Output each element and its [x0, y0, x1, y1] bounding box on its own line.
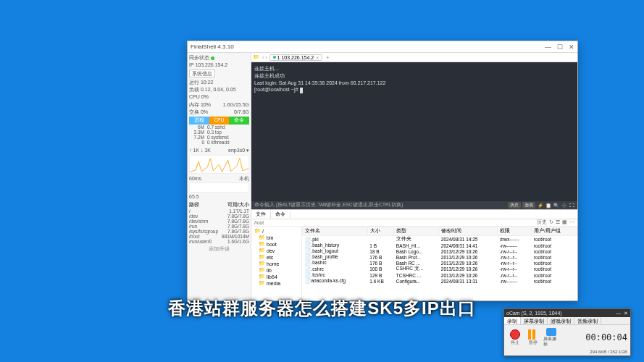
ocam-titlebar: oCam (S, 2, 1915, 1044) — ✕ — [504, 309, 630, 317]
titlebar[interactable]: FinalShell 4.3.10 — ☐ ✕ — [188, 41, 577, 53]
tree-node[interactable]: 📁home — [253, 261, 300, 267]
status-dot-icon — [211, 56, 214, 60]
cursor-icon — [300, 88, 303, 93]
finalshell-window: FinalShell 4.3.10 — ☐ ✕ 同步状态 IP 103.226.… — [187, 41, 578, 301]
col-size[interactable]: 大小 — [367, 227, 394, 236]
record-time: 00:00:04 — [585, 332, 627, 342]
ocam-tab-game[interactable]: 游戏录制 — [548, 317, 574, 324]
ocam-window[interactable]: oCam (S, 2, 1915, 1044) — ✕ 录制 屏幕录制 游戏录制… — [503, 308, 631, 356]
tab-close-icon[interactable]: × — [316, 55, 319, 60]
terminal[interactable]: 连接主机... 连接主机成功 Last login: Sat Aug 31 14… — [251, 62, 577, 201]
more-icon[interactable]: ⋯ — [569, 219, 574, 226]
file-row[interactable]: 📄.tcshrc129 BTCSHRC ...2013/12/29 10:26-… — [303, 272, 577, 278]
folder-icon: 📁 — [259, 254, 265, 260]
disk-path-row[interactable]: /sys/fs/cgroup7.8G/7.8G — [189, 229, 249, 234]
file-table[interactable]: 文件名 大小 类型 修改时间 权限 用户/用户组 📄.pki文件夹2024/08… — [302, 227, 577, 300]
col-time[interactable]: 修改时间 — [439, 227, 498, 236]
expand-icon[interactable]: ⛶ — [569, 203, 574, 208]
col-type[interactable]: 类型 — [394, 227, 439, 236]
file-row[interactable]: 📄.bashrc176 BBash RC ...2013/12/29 10:26… — [303, 260, 577, 266]
history-label[interactable]: 历史 — [537, 219, 547, 226]
col-name[interactable]: 文件名 — [303, 227, 368, 236]
file-row[interactable]: 📄.bash_profile176 BBash Prof...2013/12/2… — [303, 254, 577, 260]
options-button[interactable]: 选项 — [522, 202, 535, 209]
min-button[interactable]: — — [545, 43, 551, 51]
disk-path-row[interactable]: /run/user/01.6G/1.6G — [189, 239, 249, 244]
tree-node[interactable]: 📁media — [253, 280, 300, 287]
copy-icon[interactable]: 📋 — [545, 203, 551, 209]
process-row[interactable]: 3.3M0.3 top — [189, 130, 249, 135]
proc-header: 进程CPU命令 — [189, 117, 249, 125]
tree-node[interactable]: 📁boot — [253, 241, 300, 248]
history-button[interactable]: 历史 — [508, 202, 521, 209]
folder-tree[interactable]: 📁/ 📁bin📁boot📁dev📁etc📁home📁lib📁lib64📁medi… — [251, 227, 302, 300]
path-label[interactable]: /root — [254, 220, 264, 225]
tree-node[interactable]: 📁etc — [253, 254, 300, 261]
file-icon: 📄 — [305, 266, 311, 272]
ocam-close-icon[interactable]: ✕ — [624, 311, 628, 316]
col-owner[interactable]: 用户/用户组 — [532, 227, 577, 236]
capture-button[interactable]: 屏幕捕获 — [543, 328, 559, 347]
folder-icon: 📁 — [259, 241, 265, 247]
tree-root: 📁/ — [253, 228, 300, 235]
disk-path-row[interactable]: /dev7.8G/7.8G — [189, 214, 249, 219]
file-icon: 📄 — [305, 237, 311, 242]
tab-commands[interactable]: 命令 — [271, 211, 290, 218]
list-icon[interactable]: ☰ — [556, 219, 560, 226]
folder-icon[interactable]: 📁 — [253, 54, 259, 60]
tree-node[interactable]: 📁lib64 — [253, 274, 300, 280]
folder-icon: 📁 — [254, 228, 261, 234]
latency-chart — [189, 182, 249, 193]
file-row[interactable]: 📄.bash_history1 BBASH_HI...2024/08/31 14… — [303, 243, 577, 248]
file-row[interactable]: 📄.cshrc100 BCSHRC 文...2013/12/29 10:26-r… — [303, 266, 577, 272]
col-perm[interactable]: 权限 — [498, 227, 532, 236]
folder-icon: 📁 — [259, 280, 265, 286]
ip-label: IP 103.226.154.2 — [189, 62, 249, 68]
ocam-title: oCam (S, 2, 1915, 1044) — [506, 311, 616, 316]
ocam-tab-audio[interactable]: 音频录制 — [574, 317, 601, 324]
tab-files[interactable]: 文件 — [251, 211, 271, 219]
sysinfo-button[interactable]: 系统信息 — [189, 70, 215, 77]
iface-select[interactable]: enp3s0 ▾ — [228, 147, 249, 153]
tree-node[interactable]: 📁bin — [253, 235, 300, 241]
file-row[interactable]: 📄.bash_logout18 BBash Logo...2013/12/29 … — [303, 248, 577, 254]
disk-path-row[interactable]: /boot881M/1014M — [189, 234, 249, 239]
pause-button[interactable]: 暂停 — [525, 328, 541, 347]
process-row[interactable]: 7.2M0 systemd — [189, 135, 249, 140]
process-row[interactable]: 00 kthreadd — [189, 140, 249, 145]
view-icon[interactable]: ▦ — [562, 219, 567, 226]
add-tab-button[interactable]: + — [326, 55, 329, 60]
sync-label: 同步状态 — [189, 55, 209, 60]
folder-icon: 📁 — [259, 235, 265, 240]
connected-dot-icon — [273, 56, 276, 59]
ocam-tab-record[interactable]: 录制 — [504, 317, 521, 324]
disk-path-row[interactable]: /dev/shm7.8G/7.8G — [189, 219, 249, 224]
file-icon: 📄 — [305, 254, 311, 259]
disk-path-row[interactable]: /run7.8G/7.8G — [189, 224, 249, 229]
folder-icon: 📁 — [259, 248, 265, 253]
max-button[interactable]: ☐ — [557, 43, 563, 51]
refresh-icon[interactable]: ↻ — [549, 219, 553, 226]
file-row[interactable]: 📄.pki文件夹2024/08/31 14:25drwx------root/r… — [303, 236, 577, 243]
tree-node[interactable]: 📁dev — [253, 248, 300, 254]
ocam-tab-screen[interactable]: 屏幕录制 — [521, 317, 548, 324]
upgrade-link[interactable]: 添加/升级 — [189, 245, 249, 252]
file-icon: 📄 — [305, 278, 311, 283]
terminal-footer: 命令输入 (按ALT键显示历史,TAB键补全,ESC键退出,双击CTRL切换) … — [251, 201, 577, 209]
connection-tabbar: 📁 ‹ › 1 103.226.154.2 × + — [251, 53, 577, 62]
file-icon: 📄 — [305, 272, 311, 277]
stop-button[interactable]: 停止 — [507, 328, 523, 347]
file-icon: 📄 — [305, 260, 311, 265]
process-row[interactable]: 6M0.7 sshd — [189, 125, 249, 130]
bolt-icon[interactable]: ⚡ — [538, 203, 543, 209]
term-line: 连接主机成功 — [254, 72, 574, 80]
search-icon[interactable]: 🔍 — [553, 203, 559, 209]
ocam-min-icon[interactable]: — — [616, 311, 621, 316]
connection-tab[interactable]: 1 103.226.154.2 × — [269, 54, 323, 61]
zoom-icon[interactable]: ➕ — [561, 203, 567, 209]
file-row[interactable]: 📄anaconda-ks.cfg1.6 KBConfigura...2024/0… — [303, 278, 577, 284]
close-button[interactable]: ✕ — [569, 43, 574, 51]
disk-path-row[interactable]: /1.1T/1.1T — [189, 209, 249, 214]
sidebar: 同步状态 IP 103.226.154.2 系统信息 运行 10:22 负载 0… — [188, 53, 251, 300]
tree-node[interactable]: 📁lib — [253, 267, 300, 274]
